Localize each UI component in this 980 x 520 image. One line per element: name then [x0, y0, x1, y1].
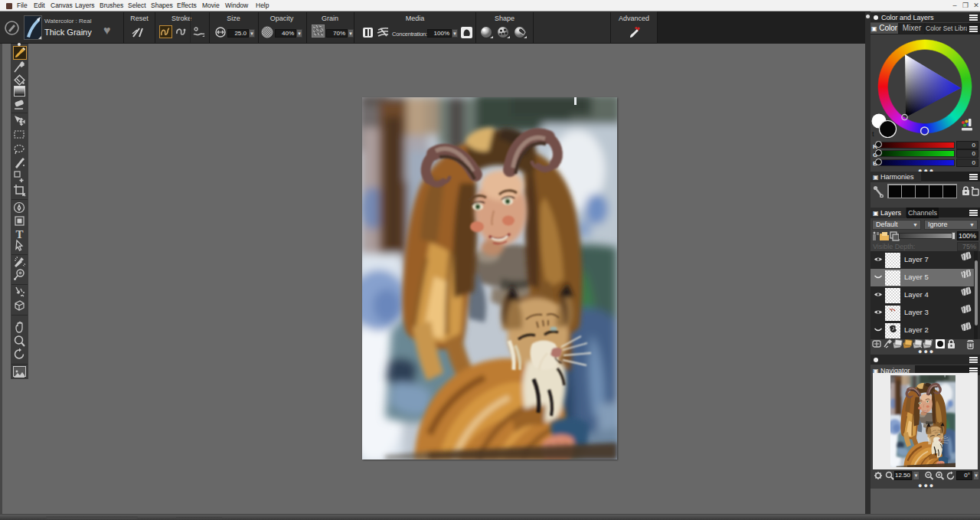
svg-text:t: t [872, 130, 874, 138]
